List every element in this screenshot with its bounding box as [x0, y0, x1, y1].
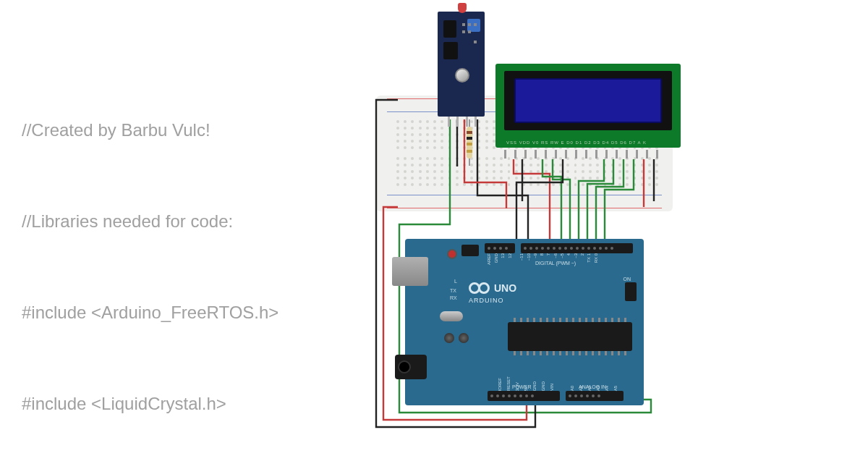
arduino-uno: UNO ARDUINO DIGITAL (PWM ~) POWER ANALOG…: [405, 239, 644, 405]
digital-section-label: DIGITAL (PWM ~): [535, 261, 576, 266]
arduino-logo: UNO: [469, 282, 516, 294]
code-listing: //Created by Barbu Vulc! //Libraries nee…: [22, 54, 383, 456]
code-line: #include <Arduino_FreeRTOS.h>: [22, 297, 383, 328]
ic-chip: [443, 42, 458, 59]
code-line: //Created by Barbu Vulc!: [22, 115, 383, 145]
lcd-pin-legend: VSS VDD V0 RS RW E D0 D1 D2 D3 D4 D5 D6 …: [506, 140, 647, 145]
code-line: #include <LiquidCrystal.h>: [22, 389, 383, 419]
icsp-header: [461, 245, 479, 256]
l-led-label: L: [454, 279, 457, 284]
photoresistor-module: [438, 12, 485, 117]
capacitor-icon: [444, 333, 454, 343]
power-jack-icon: [395, 355, 427, 379]
resistor: [467, 127, 472, 159]
on-led-label: ON: [624, 276, 631, 282]
reset-button[interactable]: [447, 249, 457, 259]
code-line: //Libraries needed for code:: [22, 206, 383, 237]
icsp-header: [625, 282, 637, 301]
lcd-16x2: VSS VDD V0 RS RW E D0 D1 D2 D3 D4 D5 D6 …: [495, 64, 681, 148]
trimmer-knob-icon: [455, 68, 469, 83]
rx-led-label: RX: [450, 295, 457, 300]
arduino-model: UNO: [494, 282, 516, 294]
digital-header: [485, 243, 515, 253]
capacitor-icon: [459, 333, 469, 343]
usb-port-icon: [392, 257, 428, 286]
led-icon: [458, 3, 467, 13]
analog-header: [566, 391, 624, 401]
wiring-diagram: VSS VDD V0 RS RW E D0 D1 D2 D3 D4 D5 D6 …: [333, 51, 673, 434]
digital-header: [521, 243, 633, 253]
crystal-icon: [440, 311, 463, 321]
lcd-screen: [514, 78, 662, 123]
ic-chip: [443, 20, 456, 38]
atmega-chip-icon: [508, 322, 632, 351]
power-header: [488, 391, 560, 401]
lcd-pins: [488, 150, 669, 157]
arduino-brand: ARDUINO: [469, 297, 504, 304]
tx-led-label: TX: [450, 288, 456, 293]
